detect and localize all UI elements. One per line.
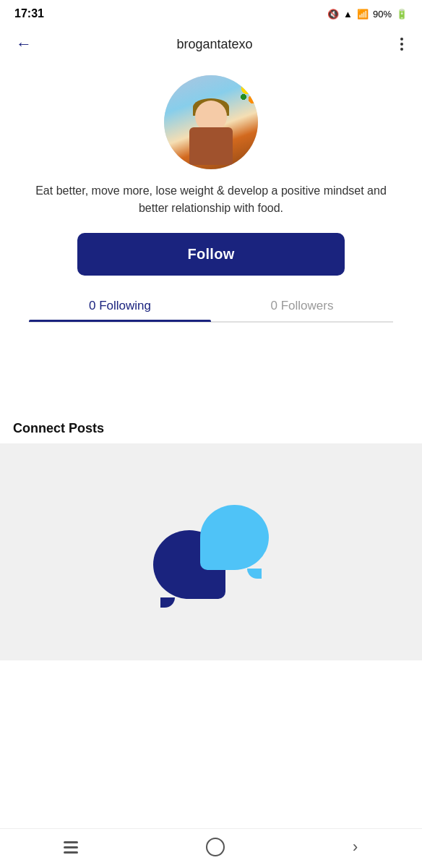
tab-content xyxy=(0,323,422,409)
menu-icon xyxy=(64,841,78,854)
home-icon xyxy=(206,838,225,856)
page-title: brogantatexo xyxy=(35,37,395,52)
tabs-section: 0 Following 0 Followers xyxy=(29,289,393,323)
tab-following[interactable]: 0 Following xyxy=(29,289,211,322)
avatar xyxy=(164,75,258,169)
battery-text: 90% xyxy=(373,9,392,20)
status-time: 17:31 xyxy=(14,7,44,20)
nav-home-button[interactable] xyxy=(206,838,225,856)
profile-section: Eat better, move more, lose weight & dev… xyxy=(0,64,422,323)
back-nav-icon: ‹ xyxy=(353,838,358,856)
chat-bubbles-icon xyxy=(153,505,269,599)
bio-text: Eat better, move more, lose weight & dev… xyxy=(29,182,393,217)
follow-button[interactable]: Follow xyxy=(77,233,345,276)
back-button[interactable]: ← xyxy=(13,32,35,56)
battery-icon: 🔋 xyxy=(396,9,408,20)
signal-icon: 📶 xyxy=(357,9,369,20)
avatar-image xyxy=(164,75,258,169)
status-bar: 17:31 🔇 ▲ 📶 90% 🔋 xyxy=(0,0,422,25)
avatar-person xyxy=(182,97,240,169)
wifi-icon: ▲ xyxy=(343,9,353,20)
bottom-spacer xyxy=(0,660,422,711)
tab-followers[interactable]: 0 Followers xyxy=(211,289,393,322)
chat-area xyxy=(0,443,422,660)
more-dot-2 xyxy=(400,43,403,46)
more-dot-1 xyxy=(400,38,403,41)
nav-back-button[interactable]: ‹ xyxy=(353,838,358,856)
more-button[interactable] xyxy=(395,35,409,54)
avatar-body xyxy=(189,127,233,165)
connect-posts-title: Connect Posts xyxy=(13,421,409,436)
mute-icon: 🔇 xyxy=(327,9,339,20)
bottom-nav: ‹ xyxy=(0,828,422,868)
status-icons: 🔇 ▲ 📶 90% 🔋 xyxy=(327,9,408,20)
more-dot-3 xyxy=(400,48,403,51)
nav-menu-button[interactable] xyxy=(64,841,78,854)
connect-posts-section: Connect Posts xyxy=(0,409,422,443)
bubble-light xyxy=(200,505,269,570)
header: ← brogantatexo xyxy=(0,25,422,64)
